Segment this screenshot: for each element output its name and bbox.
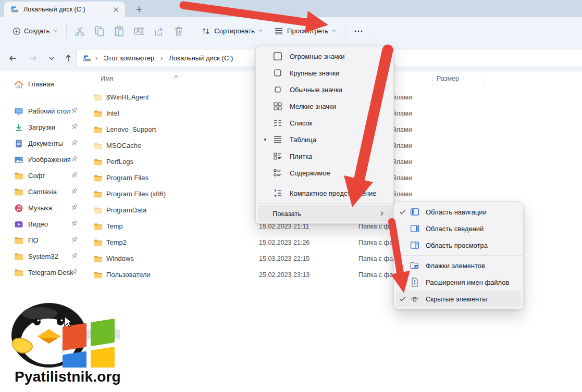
more-button[interactable] [349, 22, 368, 41]
list-view-icon [273, 118, 283, 128]
tab-bar: Локальный диск (C:) [0, 0, 582, 17]
new-tab-button[interactable] [132, 3, 146, 16]
delete-button[interactable] [169, 22, 189, 41]
forward-button[interactable] [25, 50, 41, 66]
more-icon [353, 26, 364, 36]
view-menu-item-огромные-значки[interactable]: Огромные значки [258, 48, 391, 65]
column-separator [484, 77, 484, 87]
pictures-icon [14, 155, 23, 165]
check-icon [399, 208, 407, 216]
view-button-label: Просмотреть [287, 27, 328, 35]
sidebar-item-видео[interactable]: Видео [0, 216, 84, 232]
view-menu-item-содержимое[interactable]: Содержимое [258, 165, 391, 181]
sidebar-item-софт[interactable]: Софт [0, 168, 84, 184]
hidden-items-icon [410, 294, 420, 304]
sidebar-item-музыка[interactable]: Музыка [0, 200, 84, 216]
back-button[interactable] [5, 50, 21, 66]
show-submenu-item-расширения-имен-файлов[interactable]: Расширения имен файлов [396, 274, 521, 290]
breadcrumb-local-disk-c[interactable]: Локальный диск (C:) [167, 53, 235, 64]
sidebar-item-главная[interactable]: Главная [0, 76, 84, 92]
menu-item-label: Содержимое [290, 169, 330, 177]
explorer-window: Локальный диск (C:) Создать Сортировать … [0, 0, 582, 392]
pin-icon [70, 171, 78, 180]
view-menu-item-плитка[interactable]: Плитка [258, 148, 391, 165]
show-submenu: Область навигацииОбласть сведенийОбласть… [393, 201, 524, 309]
folder-icon [94, 190, 103, 199]
desktop-icon [14, 107, 23, 116]
breadcrumb-this-pc[interactable]: Этот компьютер [102, 53, 156, 64]
menu-item-label: Расширения имен файлов [426, 279, 510, 286]
check-icon [399, 278, 407, 286]
folder-icon [94, 158, 103, 167]
tab-close-icon[interactable] [110, 4, 121, 15]
show-submenu-item-область-навигации[interactable]: Область навигации [396, 204, 521, 220]
show-submenu-item-область-просмотра[interactable]: Область просмотра [396, 237, 521, 254]
view-menu-item-таблица[interactable]: Таблица [258, 131, 391, 148]
sort-button[interactable]: Сортировать [195, 22, 268, 41]
view-menu-item-список[interactable]: Список [258, 115, 391, 131]
menu-item-label: Огромные значки [290, 53, 344, 60]
breadcrumb-chevron: › [95, 55, 98, 62]
sidebar-item-рабочий-стол[interactable]: Рабочий стол [0, 103, 84, 119]
share-button[interactable] [149, 22, 169, 41]
documents-icon [14, 139, 23, 148]
pin-icon [70, 204, 78, 212]
cut-button[interactable] [70, 22, 90, 41]
sidebar-item-label: Рабочий стол [28, 107, 71, 115]
menu-item-label: Крупные значки [290, 69, 339, 77]
menu-separator [256, 203, 393, 204]
sidebar-item-изображения[interactable]: Изображения [0, 151, 84, 168]
sidebar-item-label: Главная [28, 80, 54, 88]
explorer-tab[interactable]: Локальный диск (C:) [4, 2, 125, 17]
sidebar-item-документы[interactable]: Документы [0, 135, 84, 151]
show-submenu-item-область-сведений[interactable]: Область сведений [396, 220, 521, 237]
paste-icon [114, 26, 125, 37]
recent-locations-button[interactable] [44, 50, 59, 66]
drive-icon [10, 5, 19, 14]
nav-pane-icon [410, 207, 420, 217]
check-icon [396, 295, 410, 303]
sidebar-item-по[interactable]: ПО [0, 232, 84, 248]
view-menu-item-мелкие-значки[interactable]: Мелкие значки [258, 98, 391, 115]
menu-item-label: Флажки элементов [426, 262, 485, 270]
tiles-view-icon [273, 151, 283, 161]
view-menu-item-компактное-представление[interactable]: Компактное представление [258, 185, 391, 201]
view-menu-item-обычные-значки[interactable]: Обычные значки [258, 81, 391, 98]
sidebar-item-label: Загрузки [28, 123, 55, 131]
file-name: Пользователи [106, 271, 151, 279]
check-icon [396, 278, 410, 286]
new-button[interactable]: Создать [7, 22, 63, 41]
rename-icon [133, 26, 145, 37]
sidebar-item-label: Софт [28, 172, 45, 180]
chevron-down-icon [331, 27, 337, 35]
tab-title: Локальный диск (C:) [23, 6, 110, 13]
folder-icon [14, 171, 23, 181]
up-button[interactable] [60, 50, 76, 66]
chevron-down-icon [53, 27, 58, 35]
copy-icon [94, 26, 105, 37]
paste-button[interactable] [109, 22, 129, 41]
sidebar-item-camtasia[interactable]: Camtasia [0, 184, 84, 200]
view-menu-item-крупные-значки[interactable]: Крупные значки [258, 65, 391, 81]
show-submenu-item-скрытые-элементы[interactable]: Скрытые элементы [396, 290, 521, 307]
column-separator [432, 77, 433, 87]
file-name: Program Files (x86) [106, 190, 166, 198]
sidebar-item-загрузки[interactable]: Загрузки [0, 119, 84, 135]
file-name: Intel [106, 109, 119, 117]
view-button[interactable]: Просмотреть [268, 22, 342, 41]
radio-bullet-icon [261, 135, 269, 144]
details-pane-icon [410, 223, 420, 234]
column-header-size[interactable]: Размер [437, 75, 459, 87]
sidebar-item-telegram-desktc[interactable]: Telegram Desktc [0, 264, 84, 281]
view-menu-item-показать[interactable]: Показать [258, 205, 391, 222]
menu-item-label: Обычные значки [290, 86, 342, 94]
rename-button[interactable] [129, 22, 149, 41]
show-submenu-item-флажки-элементов[interactable]: Флажки элементов [396, 257, 521, 274]
sidebar-separator [6, 96, 79, 96]
column-header-name[interactable]: Имя [101, 75, 113, 87]
view-menu: Огромные значкиКрупные значкиОбычные зна… [255, 46, 394, 224]
item-checkboxes-icon [410, 260, 420, 271]
file-date-modified: 15.02.2023 21:11 [259, 223, 309, 230]
copy-button[interactable] [90, 22, 109, 41]
sidebar-item-system32[interactable]: System32 [0, 248, 84, 264]
